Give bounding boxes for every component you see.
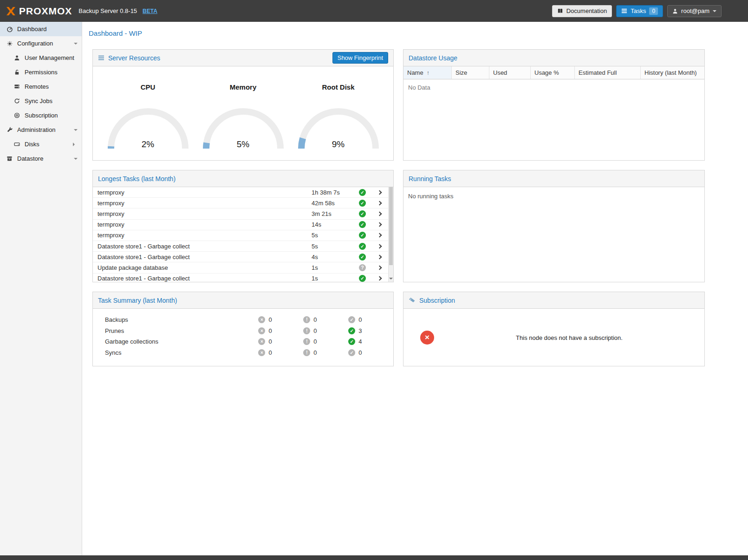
sidebar: Dashboard Configuration User Management … — [0, 22, 82, 555]
task-name: termproxy — [93, 221, 312, 228]
column-header-size[interactable]: Size — [452, 66, 489, 79]
task-duration: 3m 21s — [312, 210, 354, 217]
task-list: termproxy 1h 38m 7s termproxy 42m 58s te… — [93, 187, 393, 282]
task-row[interactable]: termproxy 14s — [93, 220, 388, 230]
chevron-down-icon[interactable] — [74, 129, 78, 133]
sidebar-item-configuration[interactable]: Configuration — [0, 36, 82, 51]
sidebar-item-permissions[interactable]: Permissions — [0, 65, 82, 79]
chevron-right-icon[interactable] — [371, 245, 388, 248]
error-count-icon — [258, 316, 265, 323]
scrollbar[interactable] — [388, 187, 393, 282]
chevron-right-icon[interactable] — [371, 234, 388, 237]
chevron-right-icon[interactable] — [371, 223, 388, 226]
summary-row[interactable]: Backups 0 0 0 — [93, 314, 393, 326]
summary-category: Syncs — [93, 349, 258, 356]
tasks-button[interactable]: Tasks 0 — [616, 5, 663, 17]
task-row[interactable]: Datastore store1 - Garbage collect 1s — [93, 273, 388, 283]
column-header-usage-percent[interactable]: Usage % — [531, 66, 575, 79]
task-duration: 1s — [312, 264, 354, 271]
panel-title: Server Resources — [108, 54, 160, 62]
sidebar-item-remotes[interactable]: Remotes — [0, 79, 82, 94]
error-count-icon — [258, 327, 265, 334]
error-count: 0 — [268, 316, 272, 323]
subscription-message: This node does not have a subscription. — [434, 334, 704, 341]
product-version-label: Backup Server 0.8-15 — [78, 7, 137, 14]
no-subscription-icon: × — [420, 331, 434, 345]
chevron-right-icon[interactable] — [371, 277, 388, 280]
chevron-right-icon[interactable] — [371, 266, 388, 269]
chevron-down-icon[interactable] — [74, 158, 78, 162]
page-title: Dashboard - WIP — [82, 22, 748, 37]
task-status-icon — [359, 264, 366, 271]
sidebar-item-datastore[interactable]: Datastore — [0, 151, 82, 166]
sidebar-item-label: Administration — [17, 126, 55, 133]
task-row[interactable]: Datastore store1 - Garbage collect 5s — [93, 241, 388, 252]
table-header-row: Name ↑ Size Used Usage % Estimated Full … — [403, 66, 704, 79]
column-header-estimated-full[interactable]: Estimated Full — [575, 66, 641, 79]
task-row[interactable]: termproxy 42m 58s — [93, 198, 388, 208]
refresh-icon — [13, 98, 21, 104]
documentation-button[interactable]: Documentation — [552, 5, 612, 17]
unlock-icon — [13, 69, 21, 75]
panel-title: Datastore Usage — [409, 54, 457, 62]
empty-state-text: No Data — [403, 79, 704, 96]
chevron-right-icon[interactable] — [73, 143, 77, 146]
ok-count: 0 — [358, 316, 362, 323]
warning-count-icon — [303, 338, 310, 345]
task-status-icon — [359, 189, 366, 196]
documentation-label: Documentation — [566, 7, 607, 14]
task-status-icon — [359, 221, 366, 228]
sidebar-item-label: Disks — [25, 141, 39, 148]
column-header-name[interactable]: Name ↑ — [403, 66, 452, 79]
sidebar-item-sync-jobs[interactable]: Sync Jobs — [0, 94, 82, 108]
chevron-down-icon[interactable] — [74, 43, 78, 46]
summary-row[interactable]: Prunes 0 0 3 — [93, 326, 393, 337]
sidebar-item-disks[interactable]: Disks — [0, 137, 82, 151]
chevron-right-icon[interactable] — [371, 191, 388, 194]
task-duration: 5s — [312, 243, 354, 250]
summary-row[interactable]: Syncs 0 0 0 — [93, 347, 393, 358]
sidebar-item-subscription[interactable]: Subscription — [0, 108, 82, 123]
scrollbar-thumb[interactable] — [389, 187, 393, 265]
warning-count: 0 — [313, 349, 317, 356]
beta-link[interactable]: BETA — [143, 8, 157, 14]
sidebar-item-dashboard[interactable]: Dashboard — [0, 22, 82, 36]
column-label: Name — [407, 69, 423, 76]
task-status-icon — [359, 232, 366, 239]
bottom-bar — [0, 555, 748, 560]
proxmox-logo: PROXMOX — [6, 6, 72, 17]
logo-wordmark: PROXMOX — [19, 6, 72, 17]
ok-count-icon — [348, 327, 355, 334]
gauges-row: CPU 2% Memory 5% — [93, 66, 393, 152]
task-row[interactable]: Datastore store1 - Garbage collect 4s — [93, 252, 388, 262]
warning-count-icon — [303, 327, 310, 334]
gauge-label: Root Disk — [294, 83, 383, 91]
datastore-usage-panel: Datastore Usage Name ↑ Size Used Usage %… — [403, 49, 705, 161]
gauge-label: Memory — [199, 83, 287, 91]
sidebar-item-label: User Management — [25, 54, 74, 61]
panel-title: Subscription — [419, 297, 455, 304]
show-fingerprint-button[interactable]: Show Fingerprint — [332, 52, 388, 64]
column-header-history[interactable]: History (last Month) — [641, 66, 704, 79]
subscription-panel: Subscription × This node does not have a… — [403, 292, 705, 366]
error-count-icon — [258, 338, 265, 345]
column-header-used[interactable]: Used — [489, 66, 531, 79]
chevron-right-icon[interactable] — [371, 202, 388, 205]
task-row[interactable]: termproxy 1h 38m 7s — [93, 187, 388, 198]
chevron-right-icon[interactable] — [371, 212, 388, 215]
summary-row[interactable]: Garbage collections 0 0 4 — [93, 336, 393, 347]
task-row[interactable]: Update package database 1s — [93, 262, 388, 273]
panel-title: Running Tasks — [409, 175, 451, 182]
sidebar-item-administration[interactable]: Administration — [0, 123, 82, 137]
sidebar-item-user-management[interactable]: User Management — [0, 51, 82, 65]
subscription-status: × This node does not have a subscription… — [403, 309, 704, 366]
warning-count: 0 — [313, 338, 317, 345]
wrench-icon — [6, 127, 13, 133]
chevron-right-icon[interactable] — [371, 255, 388, 259]
task-row[interactable]: termproxy 5s — [93, 230, 388, 241]
scroll-down-button[interactable] — [389, 278, 393, 281]
user-menu-button[interactable]: root@pam — [667, 5, 722, 17]
task-row[interactable]: termproxy 3m 21s — [93, 208, 388, 219]
main-content: Dashboard - WIP Server Resources Show Fi… — [82, 22, 748, 555]
warning-count: 0 — [313, 316, 317, 323]
